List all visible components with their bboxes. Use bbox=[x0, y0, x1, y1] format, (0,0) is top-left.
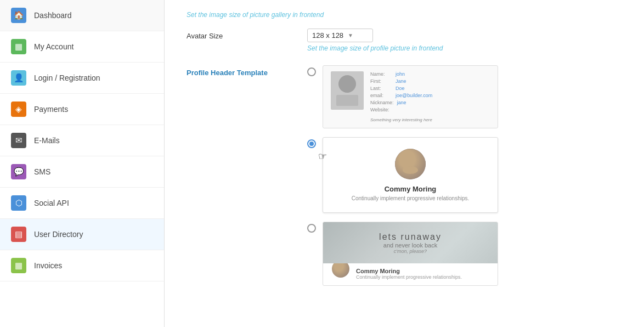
invoices-icon: ▦ bbox=[11, 258, 26, 273]
field-row-name: Name: john bbox=[370, 71, 432, 77]
sidebar-item-label: Invoices bbox=[34, 261, 62, 270]
template-3-banner: lets runaway and never look back c'mon, … bbox=[323, 222, 498, 263]
template-3-bio: Continually implement progressive relati… bbox=[356, 274, 462, 280]
main-content: Set the image size of picture gallery in… bbox=[165, 0, 644, 327]
sidebar-item-label: SMS bbox=[34, 167, 50, 176]
payments-icon: ◈ bbox=[11, 102, 26, 117]
avatar-size-value: 128 x 128 bbox=[312, 31, 343, 40]
template-1-preview: Name: john First: Jane Last: Doe bbox=[323, 65, 498, 128]
template-1-bio: Something very interesting here bbox=[370, 117, 432, 122]
template-2-radio[interactable] bbox=[307, 139, 316, 148]
template-2-preview: Commy Moring Continually implement progr… bbox=[323, 137, 498, 213]
field-row-last: Last: Doe bbox=[370, 86, 432, 91]
social-api-icon: ⬡ bbox=[11, 195, 26, 211]
sidebar-item-label: Social API bbox=[34, 199, 69, 207]
sidebar: 🏠 Dashboard ▦ My Account 👤 Login / Regis… bbox=[0, 0, 165, 327]
template-3-preview: lets runaway and never look back c'mon, … bbox=[323, 222, 498, 286]
sidebar-item-label: Login / Registration bbox=[34, 74, 100, 82]
template-option-2[interactable]: Commy Moring Continually implement progr… bbox=[307, 137, 622, 213]
avatar-size-control: 128 x 128 ▼ Set the image size of profil… bbox=[307, 29, 622, 52]
avatar-hint: Set the image size of profile picture in… bbox=[307, 44, 622, 52]
banner-text-overlay: lets runaway and never look back c'mon, … bbox=[379, 232, 442, 254]
my-account-icon: ▦ bbox=[11, 39, 26, 54]
dropdown-arrow-icon: ▼ bbox=[348, 32, 353, 38]
profile-header-template-row: Profile Header Template ☞ bbox=[187, 65, 622, 286]
sidebar-item-label: Dashboard bbox=[34, 11, 72, 20]
dashboard-icon: 🏠 bbox=[11, 8, 26, 23]
profile-header-options: ☞ Name: bbox=[307, 65, 622, 286]
template-3-radio[interactable] bbox=[307, 224, 316, 233]
emails-icon: ✉ bbox=[11, 133, 26, 148]
sidebar-item-sms[interactable]: 💬 SMS bbox=[0, 156, 164, 188]
template-2-name: Commy Moring bbox=[385, 185, 437, 193]
sidebar-item-login-registration[interactable]: 👤 Login / Registration bbox=[0, 63, 164, 94]
sidebar-item-label: User Directory bbox=[34, 230, 83, 239]
template-1-radio[interactable] bbox=[307, 67, 316, 76]
sidebar-item-dashboard[interactable]: 🏠 Dashboard bbox=[0, 0, 164, 31]
template-3-name: Commy Moring bbox=[356, 268, 462, 274]
sidebar-item-social-api[interactable]: ⬡ Social API bbox=[0, 188, 164, 219]
user-directory-icon: ▤ bbox=[11, 227, 26, 242]
sms-icon: 💬 bbox=[11, 164, 26, 179]
template-2-avatar bbox=[395, 149, 426, 179]
template-options-list: Name: john First: Jane Last: Doe bbox=[307, 65, 622, 286]
profile-header-label: Profile Header Template bbox=[187, 65, 307, 77]
avatar-size-label: Avatar Size bbox=[187, 29, 307, 40]
banner-medium-text: and never look back bbox=[379, 242, 442, 249]
sidebar-item-emails[interactable]: ✉ E-Mails bbox=[0, 125, 164, 156]
avatar-size-row: Avatar Size 128 x 128 ▼ Set the image si… bbox=[187, 29, 622, 52]
sidebar-item-invoices[interactable]: ▦ Invoices bbox=[0, 250, 164, 281]
sidebar-item-user-directory[interactable]: ▤ User Directory bbox=[0, 219, 164, 250]
sidebar-item-label: Payments bbox=[34, 105, 68, 114]
field-row-nickname: Nickname: jane bbox=[370, 100, 432, 105]
sidebar-item-label: My Account bbox=[34, 42, 74, 51]
template-3-text: Commy Moring Continually implement progr… bbox=[356, 268, 462, 280]
template-2-bio: Continually implement progressive relati… bbox=[352, 195, 470, 201]
sidebar-item-payments[interactable]: ◈ Payments bbox=[0, 94, 164, 125]
avatar-size-dropdown[interactable]: 128 x 128 ▼ bbox=[307, 29, 373, 42]
field-row-website: Website: bbox=[370, 107, 432, 112]
gallery-hint: Set the image size of picture gallery in… bbox=[187, 11, 622, 19]
sidebar-item-my-account[interactable]: ▦ My Account bbox=[0, 31, 164, 63]
field-row-first: First: Jane bbox=[370, 78, 432, 84]
avatar-shape bbox=[395, 149, 426, 179]
template-1-avatar bbox=[331, 71, 364, 110]
template-option-3[interactable]: lets runaway and never look back c'mon, … bbox=[307, 222, 622, 286]
template-option-1[interactable]: Name: john First: Jane Last: Doe bbox=[307, 65, 622, 128]
template-3-bottom: Commy Moring Continually implement progr… bbox=[323, 263, 498, 285]
sidebar-item-label: E-Mails bbox=[34, 136, 60, 145]
banner-small-text: c'mon, please? bbox=[379, 249, 442, 254]
template-1-fields: Name: john First: Jane Last: Doe bbox=[370, 71, 432, 122]
field-row-email: email: joe@builder.com bbox=[370, 93, 432, 98]
banner-big-text: lets runaway bbox=[379, 232, 442, 242]
login-icon: 👤 bbox=[11, 70, 26, 86]
